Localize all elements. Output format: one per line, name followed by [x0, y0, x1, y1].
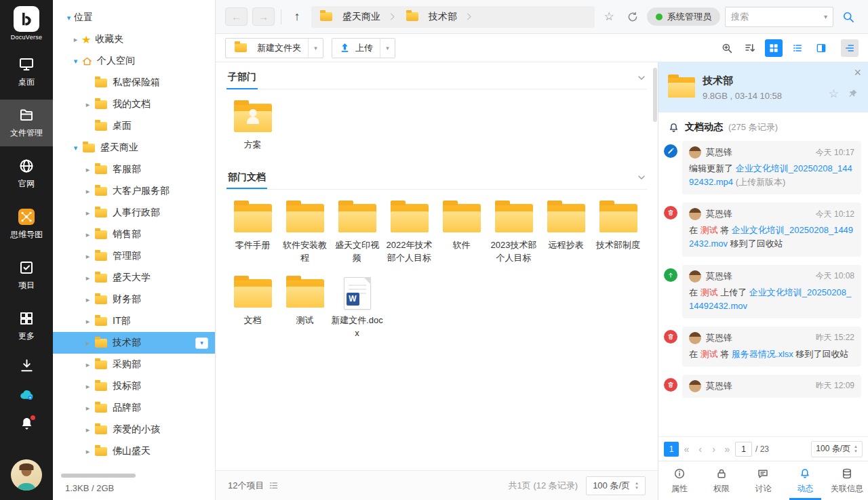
tree-root-location[interactable]: ▾ 位置	[53, 7, 215, 28]
rail-item-desktop[interactable]: 桌面	[0, 49, 53, 96]
feed-card[interactable]: 莫恩锋昨天 15:22在 测试 将 服务器情况.xlsx 移到了回收站	[682, 327, 861, 367]
folder-dropdown-button[interactable]: ▾	[195, 337, 208, 349]
new-folder-dropdown-icon[interactable]: ▾	[308, 39, 323, 58]
feed-card[interactable]: 莫恩锋今天 10:12在 测试 将 企业文化培训_20250208_144924…	[682, 203, 861, 256]
chevron-right-icon[interactable]: ▸	[83, 100, 93, 109]
tree-item[interactable]: ▸品牌部	[53, 397, 215, 419]
file-item[interactable]: 2022年技术部个人目标	[383, 198, 435, 265]
feed-card[interactable]: 莫恩锋今天 10:08在 测试 上传了 企业文化培训_20250208_1449…	[682, 265, 861, 318]
page-1-button[interactable]: 1	[664, 442, 679, 457]
file-item[interactable]: 零件手册	[226, 198, 279, 265]
location-link[interactable]: 测试	[701, 225, 718, 235]
chevron-right-icon[interactable]: ▸	[83, 230, 93, 239]
tree-item[interactable]: 桌面	[53, 115, 215, 137]
tree-item[interactable]: ▸客服部	[53, 159, 215, 180]
tree-item[interactable]: ▸我的文档	[53, 93, 215, 115]
search-button[interactable]	[838, 7, 859, 27]
upload-dropdown-icon[interactable]: ▾	[380, 39, 395, 58]
back-button[interactable]: ←	[225, 7, 248, 26]
file-item[interactable]: 2023技术部个人目标	[488, 198, 540, 265]
user-avatar[interactable]	[11, 459, 42, 491]
search-dropdown-icon[interactable]: ▾	[824, 13, 827, 20]
tree-item[interactable]: ▸佛山盛天	[53, 440, 215, 462]
tree-item[interactable]: ▸技术部▾	[53, 332, 215, 354]
page-size-select[interactable]: 100 条/页 ▲▼	[586, 476, 646, 495]
tree-item[interactable]: ▸人事行政部	[53, 202, 215, 224]
tab-关联信息[interactable]: 关联信息	[826, 461, 868, 500]
file-item[interactable]: 软件	[435, 198, 488, 265]
rail-item-mindmap[interactable]: 思维导图	[0, 201, 53, 248]
location-link[interactable]: 测试	[701, 287, 718, 297]
close-icon[interactable]: ×	[854, 66, 861, 79]
tab-属性[interactable]: 属性	[658, 461, 701, 500]
tree-item[interactable]: ▸管理部	[53, 245, 215, 267]
next-page-icon[interactable]: ›	[708, 442, 719, 457]
user-role-badge[interactable]: 系统管理员	[647, 7, 720, 26]
tree-item[interactable]: ▸财务部	[53, 289, 215, 310]
grid-view-button[interactable]	[765, 39, 783, 57]
chevron-right-icon[interactable]: ▸	[83, 425, 93, 434]
chevron-right-icon[interactable]: ▸	[83, 317, 93, 326]
tree-item[interactable]: ▸★收藏夹	[53, 28, 215, 50]
file-item[interactable]: 测试	[279, 273, 331, 340]
rail-tool-download[interactable]	[18, 356, 35, 374]
page-input[interactable]	[735, 442, 752, 457]
tree-item[interactable]: ▸销售部	[53, 224, 215, 245]
tree-item[interactable]: ▸大客户服务部	[53, 180, 215, 202]
last-page-icon[interactable]: »	[722, 442, 733, 457]
tree-item[interactable]: ▸采购部	[53, 354, 215, 375]
tab-权限[interactable]: 权限	[701, 461, 743, 500]
file-item[interactable]: 文档	[226, 273, 279, 340]
tree-item[interactable]: ▸投标部	[53, 375, 215, 397]
chevron-down-icon[interactable]: ▾	[71, 144, 81, 152]
chevron-right-icon[interactable]: ▸	[83, 447, 93, 456]
favorite-star-icon[interactable]: ☆	[599, 7, 618, 26]
chevron-down-icon[interactable]: ▾	[64, 14, 74, 22]
chevron-right-icon[interactable]: ▸	[83, 252, 93, 261]
sort-icon[interactable]	[741, 39, 759, 57]
rail-tool-cloud-sync[interactable]	[18, 386, 35, 403]
rail-item-website[interactable]: 官网	[0, 150, 53, 197]
collapse-section-icon[interactable]	[636, 172, 647, 183]
pin-icon[interactable]	[847, 88, 859, 100]
file-item[interactable]: 技术部制度	[592, 198, 644, 265]
tree-item[interactable]: ▸盛天大学	[53, 267, 215, 289]
tree-item[interactable]: ▸IT部	[53, 310, 215, 332]
refresh-icon[interactable]	[623, 7, 642, 26]
chevron-right-icon[interactable]: ▸	[83, 360, 93, 369]
zoom-icon[interactable]	[718, 39, 736, 57]
chevron-right-icon[interactable]: ▸	[83, 295, 93, 304]
file-link[interactable]: 服务器情况.xlsx	[732, 349, 793, 359]
file-item[interactable]: 软件安装教程	[279, 198, 331, 265]
rail-item-projects[interactable]: 项目	[0, 252, 53, 299]
file-item[interactable]: W新建文件.docx	[331, 273, 383, 340]
breadcrumb-item[interactable]: 技术部	[404, 11, 457, 23]
chevron-right-icon[interactable]: ▸	[71, 35, 81, 44]
chevron-right-icon[interactable]: ▸	[83, 339, 93, 348]
feed-card[interactable]: 莫恩锋昨天 12:09	[682, 375, 861, 398]
tab-讨论[interactable]: 讨论	[743, 461, 785, 500]
location-link[interactable]: 测试	[701, 349, 718, 359]
file-item[interactable]: 远程抄表	[540, 198, 592, 265]
rail-tool-notifications[interactable]	[18, 415, 35, 432]
search-input[interactable]	[731, 12, 824, 22]
chevron-right-icon[interactable]: ▸	[83, 187, 93, 196]
tab-动态[interactable]: 动态	[784, 461, 826, 500]
vertical-scrollbar[interactable]	[653, 68, 657, 122]
tree-item[interactable]: ▾个人空间	[53, 50, 215, 72]
up-level-button[interactable]: ↑	[288, 7, 307, 26]
tree-item[interactable]: ▸亲爱的小孩	[53, 419, 215, 440]
list-view-button[interactable]	[789, 39, 806, 57]
detail-view-button[interactable]	[812, 39, 830, 57]
file-item[interactable]: 方案	[226, 98, 279, 152]
breadcrumb-item[interactable]: 盛天商业	[318, 11, 380, 23]
upload-button[interactable]: 上传 ▾	[332, 38, 395, 58]
horizontal-scrollbar[interactable]	[61, 474, 136, 478]
rail-item-more[interactable]: 更多	[0, 303, 53, 350]
feed-card[interactable]: 莫恩锋今天 10:17编辑更新了 企业文化培训_20250208_1449243…	[682, 141, 861, 194]
favorite-star-icon[interactable]: ☆	[829, 87, 839, 101]
tree-item[interactable]: ▾盛天商业	[53, 137, 215, 159]
feed-page-size-select[interactable]: 100 条/页 ▲▼	[811, 441, 863, 457]
chevron-right-icon[interactable]: ▸	[83, 274, 93, 283]
forward-button[interactable]: →	[252, 7, 275, 26]
